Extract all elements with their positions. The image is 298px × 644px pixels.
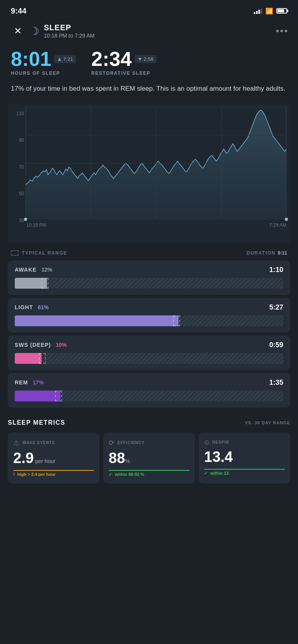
more-button[interactable] [276, 30, 287, 32]
stage-awake-time: 1:10 [269, 266, 283, 274]
wifi-icon: 📶 [265, 7, 273, 15]
stage-deep-time: 0:59 [269, 341, 283, 349]
metric-respiratory: ⊙ RESPIR 13.4 ✓ within 13. [199, 432, 290, 484]
stage-rem-pct: 17% [33, 379, 44, 386]
sleep-metrics-section: SLEEP METRICS VS. 30 DAY RANGE ⚠ WAKE EV… [0, 408, 298, 492]
stage-awake-name: AWAKE [15, 267, 36, 273]
efficiency-status: ✓ within 88-92 % [109, 470, 189, 478]
metrics-subtitle: VS. 30 DAY RANGE [245, 420, 290, 425]
stage-light-bar [15, 315, 283, 326]
restorative-sleep-label: RESTORATIVE SLEEP [91, 71, 156, 76]
restorative-sleep-stat: 2:34 ▼ 2:56 RESTORATIVE SLEEP [91, 49, 156, 76]
battery-icon [276, 8, 287, 14]
wake-events-icon: ⚠ [13, 439, 19, 447]
typical-range-row: TYPICAL RANGE DURATION 9:11 [0, 246, 298, 260]
stage-awake-bar [15, 278, 283, 289]
header-text: SLEEP 10:18 PM to 7:29 AM [44, 23, 272, 39]
chart-x-axis: 10:18 PM 7:29 AM [26, 219, 286, 228]
moon-icon: ☽ [29, 25, 39, 38]
metrics-header: SLEEP METRICS VS. 30 DAY RANGE [8, 419, 290, 426]
stage-rem-time: 1:35 [269, 379, 283, 387]
restorative-sleep-badge: ▼ 2:56 [135, 55, 156, 63]
duration-label: DURATION [247, 250, 275, 256]
stage-rem-name: REM [15, 379, 28, 386]
close-button[interactable]: ✕ [11, 24, 25, 38]
status-bar: 9:44 📶 [0, 0, 298, 19]
stage-deep-name: SWS (DEEP) [15, 342, 51, 348]
metrics-title: SLEEP METRICS [8, 419, 65, 426]
stage-light-time: 5:27 [269, 303, 283, 312]
respiratory-status: ✓ within 13. [204, 469, 285, 477]
metric-wake-events: ⚠ WAKE EVENTS 2.9 per hour ! high > 2.4 … [8, 432, 99, 484]
header: ✕ ☽ SLEEP 10:18 PM to 7:29 AM [0, 19, 298, 45]
dot-icon [285, 30, 287, 32]
stage-light: LIGHT 61% 5:27 [8, 298, 290, 332]
stage-rem: REM 17% 1:35 [8, 373, 290, 408]
stage-deep-pct: 10% [56, 342, 67, 348]
stage-deep-bar [15, 353, 283, 364]
sleep-stages: AWAKE 12% 1:10 LIGHT 61% 5:27 SWS (DEEP) [0, 260, 298, 408]
wake-events-status: ! high > 2.4 per hour [13, 470, 94, 478]
wake-events-label: WAKE EVENTS [23, 441, 55, 445]
respiratory-icon: ⊙ [204, 439, 209, 446]
hours-of-sleep-stat: 8:01 ▲ 7:21 HOURS OF SLEEP [11, 49, 76, 76]
metric-efficiency: ⟳ EFFICIENCY 88% ✓ within 88-92 % [103, 432, 195, 484]
chart-y-axis: 110 90 70 50 30 [12, 111, 26, 223]
range-box-icon [11, 250, 19, 256]
duration-value: 9:11 [278, 250, 287, 256]
efficiency-value: 88% [109, 450, 189, 467]
chart-end-time: 7:29 AM [269, 222, 286, 228]
wake-events-value: 2.9 per hour [13, 450, 94, 467]
dot-icon [276, 30, 279, 32]
status-time: 9:44 [11, 7, 26, 15]
efficiency-label: EFFICIENCY [118, 441, 144, 445]
sleep-chart: 110 90 70 50 30 [8, 103, 290, 243]
stage-light-name: LIGHT [15, 304, 33, 310]
efficiency-icon: ⟳ [109, 439, 114, 447]
respiratory-label: RESPIR [212, 440, 229, 444]
metrics-grid: ⚠ WAKE EVENTS 2.9 per hour ! high > 2.4 … [8, 432, 290, 484]
stage-rem-bar [15, 391, 283, 401]
stage-awake: AWAKE 12% 1:10 [8, 260, 290, 295]
respiratory-value: 13.4 [204, 449, 285, 465]
dot-icon [281, 30, 283, 32]
stage-awake-pct: 12% [42, 267, 52, 273]
hours-of-sleep-value: 8:01 [11, 49, 51, 69]
stage-light-pct: 61% [38, 304, 49, 310]
chart-start-time: 10:18 PM [26, 222, 46, 228]
stage-deep: SWS (DEEP) 10% 0:59 [8, 336, 290, 370]
stats-row: 8:01 ▲ 7:21 HOURS OF SLEEP 2:34 ▼ 2:56 R… [0, 45, 298, 84]
signal-icon [254, 8, 262, 14]
restorative-sleep-value: 2:34 [91, 49, 132, 69]
page-title: SLEEP [44, 23, 272, 32]
hours-of-sleep-badge: ▲ 7:21 [54, 55, 76, 63]
hours-of-sleep-label: HOURS OF SLEEP [11, 71, 76, 76]
sleep-time-range: 10:18 PM to 7:29 AM [44, 33, 272, 39]
status-icons: 📶 [254, 7, 287, 15]
sleep-description: 17% of your time in bed was spent in REM… [0, 84, 298, 103]
typical-range-label: TYPICAL RANGE [11, 250, 67, 256]
